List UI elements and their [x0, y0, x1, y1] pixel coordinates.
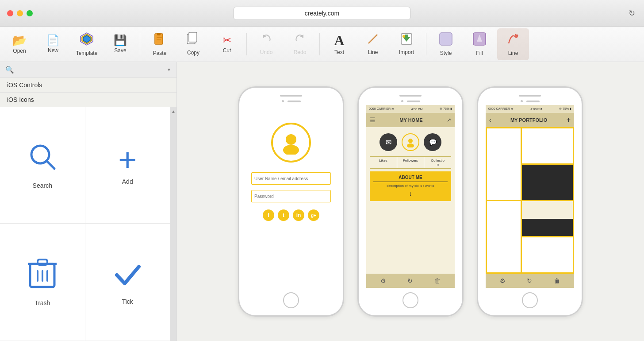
phone-earpiece — [288, 101, 301, 102]
search-icon-large — [27, 141, 58, 178]
text-label: Text — [334, 49, 344, 55]
phone-earpiece-2 — [407, 101, 420, 102]
sidebar-item-trash[interactable]: Trash — [0, 224, 85, 341]
template-button[interactable]: Template — [71, 28, 103, 60]
style-button[interactable]: Style — [430, 28, 462, 60]
phone-dots-1 — [282, 100, 301, 102]
sidebar-item-tick[interactable]: Tick — [85, 224, 171, 341]
refresh-icon[interactable]: ↻ — [407, 277, 413, 284]
maximize-button[interactable] — [27, 10, 33, 16]
address-bar[interactable]: creately.com — [234, 7, 410, 20]
myhome-bottombar: ⚙ ↻ 🗑 — [366, 274, 455, 288]
save-label: Save — [114, 47, 126, 54]
save-icon: 💾 — [114, 35, 127, 46]
import-label: Import — [399, 49, 414, 55]
new-button[interactable]: 📄 New — [37, 28, 69, 60]
copy-button[interactable]: Copy — [177, 28, 209, 60]
canvas-area[interactable]: f t in g+ 0000 CARRIER ≋ — [177, 62, 644, 341]
linestyle-button[interactable]: Line — [497, 28, 529, 60]
sidebar-item-search[interactable]: Search — [0, 107, 85, 224]
scissors-icon: ✂ — [222, 35, 231, 46]
portfolio-bottombar: ⚙ ↻ 🗑 — [486, 274, 574, 288]
portfolio-grid — [486, 127, 574, 274]
dropdown-arrow: ▼ — [167, 67, 171, 72]
sidebar-scrollbar[interactable]: ▲ — [170, 107, 176, 341]
sidebar-item-ios-icons[interactable]: iOS Icons — [0, 93, 176, 107]
main-layout: 🔍 ▼ iOS Controls iOS Icons — [0, 62, 644, 341]
phone-dot — [282, 100, 284, 102]
window-chrome: creately.com ↻ — [0, 0, 644, 27]
tick-icon-large — [113, 260, 142, 294]
myhome-statusbar: 0000 CARRIER ≋ 4:00 PM ❊ 75% ▮ — [366, 105, 455, 113]
myhome-screen-content: 0000 CARRIER ≋ 4:00 PM ❊ 75% ▮ ☰ MY HOME… — [366, 105, 455, 288]
refresh-button[interactable]: ↻ — [629, 8, 635, 18]
fill-button[interactable]: Fill — [464, 28, 495, 60]
import-button[interactable]: Import — [391, 28, 422, 60]
about-section: ABOUT ME description of my skills / work… — [370, 171, 451, 201]
facebook-button[interactable]: f — [263, 209, 274, 221]
cut-label: Cut — [223, 47, 231, 54]
redo-label: Redo — [294, 49, 307, 55]
redo-button[interactable]: Redo — [284, 28, 316, 60]
sidebar-search-bar: 🔍 ▼ — [0, 62, 176, 78]
new-label: New — [48, 47, 58, 54]
style-icon — [439, 32, 453, 48]
search-icon: 🔍 — [5, 66, 14, 74]
line-button[interactable]: Line — [357, 28, 389, 60]
sidebar-item-add[interactable]: + Add — [85, 107, 171, 224]
import-icon — [400, 33, 413, 47]
phone-dots-2 — [401, 100, 420, 102]
phone-portfolio: 0000 CARRIER ≋ 4:00 PM ❊ 75% ▮ ‹ MY PORT… — [477, 86, 583, 317]
email-icon-circle: ✉ — [380, 133, 397, 151]
undo-label: Undo — [260, 49, 273, 55]
trash-bottom-icon[interactable]: 🗑 — [434, 277, 441, 284]
phone-home-button-2[interactable] — [402, 292, 418, 308]
svg-rect-5 — [157, 37, 162, 38]
twitter-button[interactable]: t — [278, 209, 289, 221]
phone-home-button-1[interactable] — [283, 292, 299, 308]
social-icons: f t in g+ — [263, 209, 319, 221]
save-button[interactable]: 💾 Save — [104, 28, 136, 60]
p-trash-icon[interactable]: 🗑 — [554, 277, 560, 284]
sidebar-item-ios-controls[interactable]: iOS Controls — [0, 78, 176, 93]
settings-icon[interactable]: ⚙ — [380, 277, 386, 284]
phone-dot-3 — [521, 100, 523, 102]
undo-button[interactable]: Undo — [250, 28, 282, 60]
cut-button[interactable]: ✂ Cut — [211, 28, 243, 60]
linkedin-button[interactable]: in — [293, 209, 304, 221]
paste-label: Paste — [153, 50, 167, 56]
p-settings-icon[interactable]: ⚙ — [500, 277, 506, 284]
close-button[interactable] — [7, 10, 13, 16]
p-statusbar-battery: ❊ 75% ▮ — [559, 107, 571, 111]
add-icon-large: + — [118, 145, 137, 174]
statusbar-carrier: 0000 CARRIER ≋ — [369, 107, 394, 111]
phone-screen-portfolio: 0000 CARRIER ≋ 4:00 PM ❊ 75% ▮ ‹ MY PORT… — [486, 105, 574, 288]
minimize-button[interactable] — [17, 10, 23, 16]
style-label: Style — [440, 50, 452, 56]
phone-home-button-3[interactable] — [522, 292, 538, 308]
paste-button[interactable]: Paste — [144, 28, 176, 60]
username-input[interactable] — [251, 172, 331, 185]
open-button[interactable]: 📂 Open — [4, 28, 35, 60]
portfolio-left-bottom — [487, 201, 521, 272]
scroll-up-arrow: ▲ — [171, 109, 176, 341]
text-button[interactable]: A Text — [323, 28, 355, 60]
share-icon: ↗ — [447, 117, 451, 123]
undo-icon — [260, 33, 272, 47]
toolbar-divider-3 — [319, 33, 320, 55]
google-button[interactable]: g+ — [308, 209, 319, 221]
phone-speaker-1 — [280, 95, 302, 97]
p-refresh-icon[interactable]: ↻ — [527, 277, 532, 284]
phone-screen-login: f t in g+ — [247, 105, 335, 288]
svg-rect-21 — [38, 260, 47, 265]
line-icon — [367, 33, 379, 47]
password-input[interactable] — [251, 190, 331, 202]
portfolio-right-dark-1 — [522, 165, 573, 200]
svg-rect-4 — [157, 33, 161, 35]
trash-icon-large — [28, 258, 57, 296]
portfolio-screen-content: 0000 CARRIER ≋ 4:00 PM ❊ 75% ▮ ‹ MY PORT… — [486, 105, 574, 288]
search-input[interactable] — [17, 66, 164, 74]
fill-label: Fill — [476, 50, 483, 56]
hamburger-icon: ☰ — [370, 116, 376, 124]
svg-point-27 — [408, 139, 413, 143]
